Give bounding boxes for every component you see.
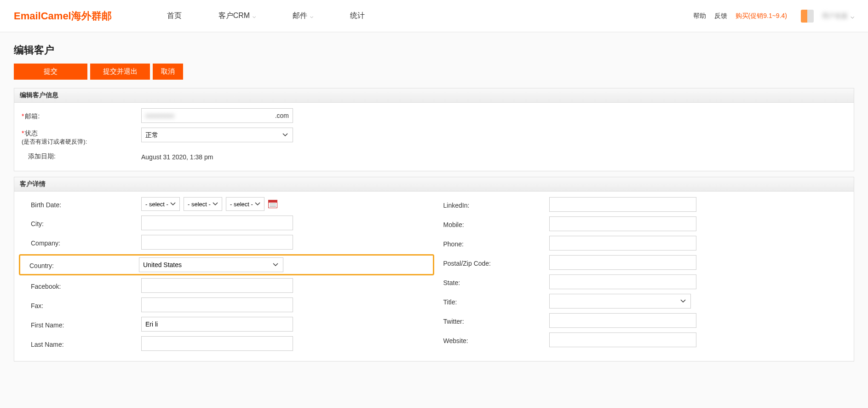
facebook-input[interactable] (141, 278, 293, 293)
mobile-row: Mobile: (434, 216, 847, 231)
date-label: 添加日期: (22, 151, 141, 161)
nav-mail[interactable]: 邮件⌵ (274, 11, 332, 21)
calendar-icon[interactable] (268, 200, 277, 208)
section-edit-info: 编辑客户信息 *邮箱: xxxxxxxxx.com *状态(是否有退订或者硬反弹… (14, 88, 854, 171)
facebook-row: Facebook: (22, 278, 434, 293)
status-select[interactable]: 正常 (141, 128, 293, 142)
company-input[interactable] (141, 235, 293, 250)
email-input[interactable]: xxxxxxxxx.com (141, 108, 293, 123)
section-header: 编辑客户信息 (14, 88, 854, 103)
page-title: 编辑客户 (14, 43, 854, 57)
birthdate-row: Birth Date: - select - - select - - sele… (22, 197, 434, 211)
date-value: August 31 2020, 1:38 pm (141, 151, 846, 161)
action-buttons: 提交 提交并退出 取消 (14, 64, 854, 80)
twitter-row: Twitter: (434, 313, 847, 328)
cancel-button[interactable]: 取消 (153, 64, 183, 80)
state-input[interactable] (549, 274, 696, 289)
company-row: Company: (22, 235, 434, 250)
website-row: Website: (434, 332, 847, 347)
header-right: 帮助 反馈 购买(促销9.1~9.4) 用户名版⌵ (693, 10, 854, 23)
nav-stats[interactable]: 统计 (332, 11, 383, 21)
mobile-input[interactable] (549, 216, 696, 231)
firstname-input[interactable] (141, 317, 293, 332)
website-input[interactable] (549, 332, 696, 347)
title-row: Title: (434, 294, 847, 309)
lastname-row: Last Name: (22, 336, 434, 351)
twitter-input[interactable] (549, 313, 696, 328)
state-row: State: (434, 274, 847, 289)
details-right-column: LinkedIn: Mobile: Phone: Postal/Zip Code… (434, 197, 847, 356)
nav-crm[interactable]: 客户CRM⌵ (200, 11, 274, 21)
user-dropdown[interactable]: 用户名版⌵ (822, 12, 854, 20)
country-select[interactable]: United States (139, 257, 283, 272)
phone-row: Phone: (434, 236, 847, 251)
main-nav: 首页 客户CRM⌵ 邮件⌵ 统计 (149, 11, 693, 21)
status-label: *状态(是否有退订或者硬反弹): (22, 128, 141, 146)
promo-link[interactable]: 购买(促销9.1~9.4) (736, 12, 787, 20)
country-row-highlighted: Country: United States (19, 254, 434, 275)
title-select[interactable] (549, 294, 691, 309)
chevron-down-icon: ⌵ (253, 13, 256, 19)
help-link[interactable]: 帮助 (693, 12, 706, 20)
date-row: 添加日期: August 31 2020, 1:38 pm (22, 151, 846, 161)
feedback-link[interactable]: 反馈 (714, 12, 727, 20)
nav-home[interactable]: 首页 (149, 11, 200, 21)
linkedin-row: LinkedIn: (434, 197, 847, 212)
chevron-down-icon: ⌵ (310, 13, 313, 19)
city-input[interactable] (141, 216, 293, 230)
birth-day-select[interactable]: - select - (184, 197, 222, 211)
fax-input[interactable] (141, 297, 293, 312)
linkedin-input[interactable] (549, 197, 696, 212)
lastname-input[interactable] (141, 336, 293, 351)
details-left-column: Birth Date: - select - - select - - sele… (22, 197, 434, 356)
main-content: 编辑客户 提交 提交并退出 取消 编辑客户信息 *邮箱: xxxxxxxxx.c… (0, 32, 868, 408)
firstname-row: First Name: (22, 317, 434, 332)
postal-row: Postal/Zip Code: (434, 255, 847, 270)
postal-input[interactable] (549, 255, 696, 270)
section-header: 客户详情 (14, 177, 854, 192)
birth-year-select[interactable]: - select - (226, 197, 264, 211)
submit-exit-button[interactable]: 提交并退出 (90, 64, 150, 80)
chevron-down-icon: ⌵ (851, 12, 854, 20)
fax-row: Fax: (22, 297, 434, 312)
section-details: 客户详情 Birth Date: - select - - select - -… (14, 177, 854, 361)
status-row: *状态(是否有退订或者硬反弹): 正常 (22, 128, 846, 146)
email-row: *邮箱: xxxxxxxxx.com (22, 108, 846, 123)
top-header: EmailCamel海外群邮 首页 客户CRM⌵ 邮件⌵ 统计 帮助 反馈 购买… (0, 0, 868, 32)
email-label: *邮箱: (22, 111, 141, 121)
avatar[interactable] (801, 10, 814, 23)
logo[interactable]: EmailCamel海外群邮 (14, 9, 112, 23)
city-row: City: (22, 216, 434, 230)
birth-month-select[interactable]: - select - (141, 197, 180, 211)
submit-button[interactable]: 提交 (14, 64, 87, 80)
phone-input[interactable] (549, 236, 696, 251)
